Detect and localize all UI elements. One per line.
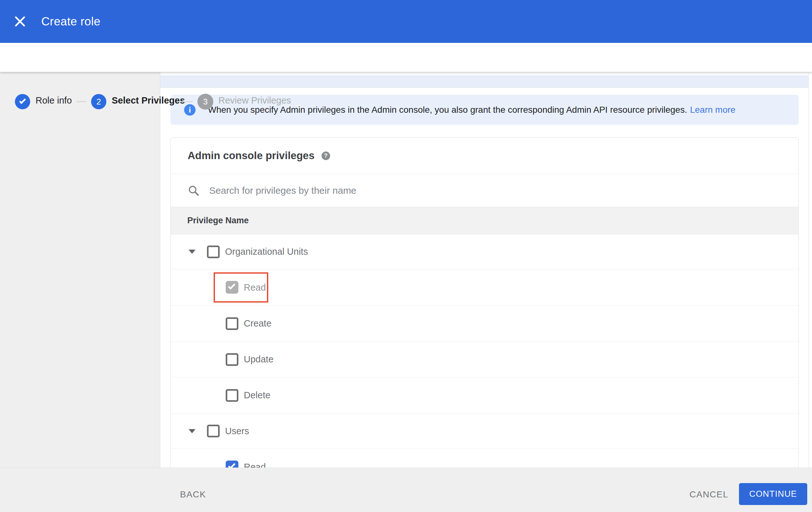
check-icon (228, 462, 235, 467)
dialog-content: i When you specify Admin privileges in t… (160, 72, 812, 467)
checkbox-update[interactable] (226, 353, 238, 366)
privilege-search-row (171, 174, 799, 207)
step-connector (182, 101, 193, 102)
stepper-bar: Role info 2 Select Privileges 3 Review P… (0, 43, 812, 72)
step-connector (76, 101, 86, 102)
privilege-group-label: Organizational Units (225, 246, 308, 257)
table-header-row: Privilege Name (171, 207, 799, 235)
privilege-label: Delete (244, 390, 270, 401)
step-3-indicator-upcoming: 3 (198, 94, 213, 110)
close-icon[interactable] (14, 15, 26, 27)
checkbox-users[interactable] (207, 425, 220, 437)
checkbox-create[interactable] (226, 317, 238, 330)
checkbox-users-read-checked[interactable] (226, 461, 238, 467)
search-icon (187, 185, 200, 197)
privilege-row-users-read: Read (171, 449, 799, 467)
privilege-search-input[interactable] (209, 185, 799, 196)
dialog-title: Create role (41, 0, 100, 43)
privilege-label: Create (244, 318, 271, 329)
step-2-label-select-privileges[interactable]: Select Privileges (112, 86, 185, 115)
checkbox-organizational-units[interactable] (207, 245, 220, 258)
collapse-triangle-icon[interactable] (188, 429, 196, 433)
learn-more-link[interactable]: Learn more (690, 105, 735, 115)
privilege-row-delete: Delete (171, 377, 799, 413)
cancel-button[interactable]: CANCEL (690, 489, 728, 500)
privilege-row-read: Read (171, 269, 799, 305)
step-1-label-role-info[interactable]: Role info (35, 86, 72, 115)
footer-action-bar: BACK CANCEL CONTINUE (0, 467, 812, 512)
scrollbar-gutter[interactable] (809, 72, 812, 467)
privilege-label: Read (244, 282, 266, 293)
privilege-group-row-users: Users (171, 413, 799, 449)
continue-button[interactable]: CONTINUE (739, 483, 807, 505)
check-icon (19, 97, 26, 104)
admin-console-privileges-card: Admin console privileges ? Privilege Nam… (171, 137, 799, 467)
privilege-name-column-header: Privilege Name (187, 216, 249, 225)
card-title-row: Admin console privileges ? (171, 137, 799, 174)
privilege-row-create: Create (171, 305, 799, 342)
privilege-label: Read (244, 462, 266, 468)
info-icon: i (184, 104, 196, 116)
checkbox-read-checked-disabled[interactable] (226, 281, 238, 294)
app-bar: Create role (0, 0, 812, 43)
checkbox-delete[interactable] (226, 389, 238, 402)
collapse-triangle-icon[interactable] (188, 250, 196, 254)
check-icon (228, 282, 235, 289)
step-1-indicator-complete[interactable] (15, 94, 30, 109)
highlight-annotation-box: Read (214, 272, 268, 302)
privilege-group-label: Users (225, 426, 249, 436)
content-left-divider (160, 72, 160, 467)
back-button[interactable]: BACK (180, 489, 206, 500)
privilege-group-row-organizational-units: Organizational Units (171, 235, 799, 269)
help-icon[interactable]: ? (322, 152, 330, 160)
step-2-indicator-active[interactable]: 2 (91, 94, 106, 109)
privilege-row-update: Update (171, 342, 799, 377)
privilege-label: Update (244, 354, 273, 365)
card-title: Admin console privileges (187, 150, 315, 162)
step-3-label-review-privileges: Review Privileges (219, 86, 291, 115)
